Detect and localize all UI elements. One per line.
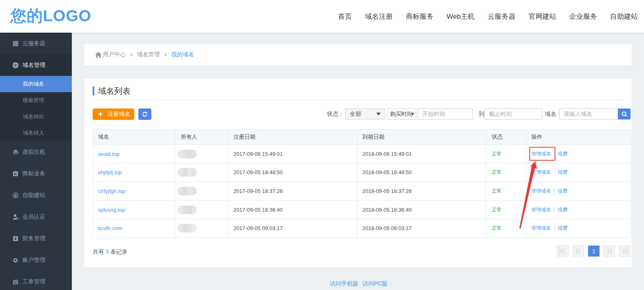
svg-text:R: R — [14, 171, 17, 176]
svg-text:¥: ¥ — [14, 236, 17, 241]
svg-text:e: e — [14, 193, 17, 198]
